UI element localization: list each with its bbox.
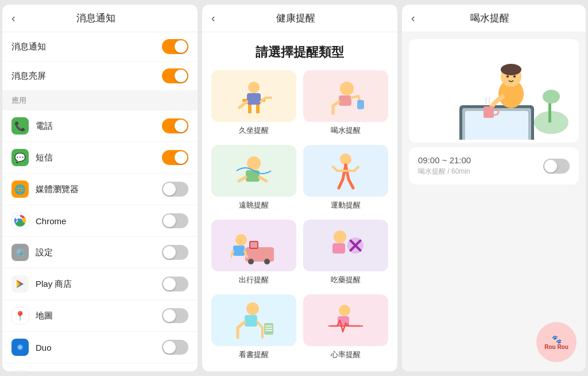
app-icon-sms: 💬 [11, 149, 29, 166]
item-label-phone: 電話 [36, 121, 162, 132]
left-title: 消息通知 [16, 11, 177, 25]
card-label-exercise: 運動提醒 [331, 200, 361, 210]
settings-item-playstore[interactable]: Play 商店 [2, 268, 198, 300]
svg-point-52 [506, 75, 509, 78]
reminder-card-heart[interactable]: 心率提醒 [303, 294, 388, 362]
item-label-browser: 媒體瀏覽器 [36, 184, 162, 195]
svg-point-51 [501, 64, 521, 75]
item-label-msg-notify: 消息通知 [11, 41, 162, 52]
toggle-maps[interactable] [162, 308, 188, 323]
item-label-maps: 地圖 [36, 310, 162, 321]
left-panel: ‹ 消息通知 消息通知 消息亮屏 應用 📞電話💬短信🌐媒體瀏覽器Chrome⚙️… [2, 5, 198, 371]
card-img-exercise [303, 145, 388, 197]
card-img-water [303, 70, 388, 122]
svg-point-27 [235, 234, 247, 245]
time-setting[interactable]: 09:00 ~ 21:00 喝水提醒 / 60min [409, 147, 579, 185]
left-back-button[interactable]: ‹ [11, 11, 16, 25]
section-apps: 應用 [2, 91, 198, 110]
right-content: 09:00 ~ 21:00 喝水提醒 / 60min [402, 32, 586, 371]
svg-rect-24 [250, 241, 258, 248]
settings-item-msg-screen[interactable]: 消息亮屏 [2, 62, 198, 91]
svg-point-40 [339, 305, 350, 316]
svg-point-29 [334, 231, 346, 243]
reminder-card-medicine[interactable]: 吃藥提醒 [303, 220, 388, 287]
card-img-travel [211, 220, 296, 271]
right-back-button[interactable]: ‹ [411, 11, 415, 25]
card-img-medicine [303, 220, 388, 271]
settings-item-duo[interactable]: Duo [2, 332, 198, 363]
svg-point-8 [18, 346, 22, 349]
app-icon-playstore [11, 275, 29, 293]
item-label-settings: 設定 [36, 247, 162, 258]
card-img-heart [303, 294, 388, 346]
left-settings-list: 消息通知 消息亮屏 應用 📞電話💬短信🌐媒體瀏覽器Chrome⚙️設定Play … [2, 32, 198, 371]
mid-header: ‹ 健康提醒 [202, 5, 397, 32]
toggle-msg-screen[interactable] [162, 68, 188, 83]
svg-point-44 [543, 90, 560, 103]
reminder-card-eyes[interactable]: 遠眺提醒 [211, 145, 296, 213]
toggle-duo[interactable] [162, 340, 188, 355]
reminder-card-reading[interactable]: 看書提醒 [211, 294, 296, 362]
svg-rect-54 [483, 106, 494, 118]
reminder-grid: 久坐提醒喝水提醒遠眺提醒運動提醒出行提醒吃藥提醒看書提醒心率提醒 [202, 70, 397, 371]
item-label-playstore: Play 商店 [36, 279, 162, 290]
health-subtitle: 請選擇提醒類型 [202, 32, 397, 70]
card-label-heart: 心率提醒 [331, 350, 361, 360]
card-img-reading [211, 294, 296, 346]
card-label-sitting: 久坐提醒 [239, 125, 269, 136]
water-illustration [413, 42, 574, 140]
right-header: ‹ 喝水提醒 [402, 5, 586, 32]
svg-point-34 [246, 302, 259, 315]
item-label-chrome: Chrome [36, 216, 162, 226]
toggle-water-reminder[interactable] [543, 159, 570, 174]
app-list: 📞電話💬短信🌐媒體瀏覽器Chrome⚙️設定Play 商店📍地圖DuoGmail… [2, 110, 198, 371]
item-label-sms: 短信 [36, 152, 162, 163]
settings-item-gmail[interactable]: Gmail [2, 363, 198, 371]
toggle-phone[interactable] [162, 118, 188, 133]
toggle-settings[interactable] [162, 245, 188, 260]
toggle-browser[interactable] [162, 182, 188, 197]
card-img-sitting [211, 70, 296, 122]
svg-point-26 [264, 259, 270, 264]
svg-rect-28 [233, 245, 245, 256]
mid-back-button[interactable]: ‹ [211, 11, 215, 25]
svg-point-15 [248, 82, 260, 93]
card-label-medicine: 吃藥提醒 [331, 275, 361, 285]
settings-item-phone[interactable]: 📞電話 [2, 110, 198, 142]
svg-point-17 [340, 82, 354, 95]
toggle-sms[interactable] [162, 150, 188, 165]
settings-item-maps[interactable]: 📍地圖 [2, 300, 198, 332]
time-detail: 喝水提醒 / 60min [418, 167, 543, 177]
svg-point-53 [513, 75, 516, 78]
mid-title: 健康提醒 [215, 11, 377, 25]
svg-rect-16 [247, 93, 261, 105]
svg-point-25 [248, 259, 254, 264]
item-label-duo: Duo [36, 343, 162, 352]
watermark: 🐾 Rou Rou [536, 322, 577, 362]
settings-item-chrome[interactable]: Chrome [2, 205, 198, 237]
toggle-playstore[interactable] [162, 277, 188, 291]
illustration-box [409, 39, 579, 143]
svg-rect-30 [332, 243, 345, 254]
reminder-card-travel[interactable]: 出行提醒 [211, 220, 296, 287]
settings-item-browser[interactable]: 🌐媒體瀏覽器 [2, 174, 198, 205]
svg-rect-19 [357, 100, 364, 109]
svg-rect-35 [245, 315, 257, 327]
reminder-card-exercise[interactable]: 運動提醒 [303, 145, 388, 213]
card-img-eyes [211, 145, 296, 197]
toggle-chrome[interactable] [162, 213, 188, 228]
app-icon-maps: 📍 [11, 307, 29, 324]
settings-item-sms[interactable]: 💬短信 [2, 142, 198, 174]
time-range: 09:00 ~ 21:00 [418, 155, 543, 165]
svg-rect-21 [246, 170, 260, 182]
card-label-reading: 看書提醒 [239, 350, 269, 360]
app-icon-gmail [11, 370, 29, 371]
settings-item-msg-notify[interactable]: 消息通知 [2, 32, 198, 62]
app-icon-duo [11, 339, 29, 356]
reminder-card-water[interactable]: 喝水提醒 [303, 70, 388, 138]
settings-item-settings[interactable]: ⚙️設定 [2, 237, 198, 268]
right-title: 喝水提醒 [415, 11, 565, 25]
reminder-card-sitting[interactable]: 久坐提醒 [211, 70, 296, 138]
time-info: 09:00 ~ 21:00 喝水提醒 / 60min [418, 155, 543, 177]
toggle-msg-notify[interactable] [162, 39, 188, 54]
